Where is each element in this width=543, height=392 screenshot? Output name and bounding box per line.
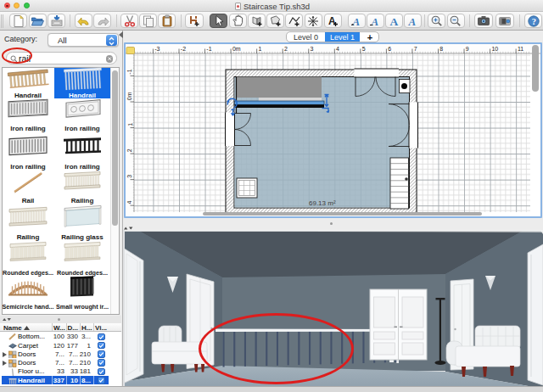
- svg-text:11: 11: [518, 46, 523, 52]
- svg-text:A: A: [408, 14, 417, 27]
- svg-text:0m: 0m: [127, 92, 133, 100]
- svg-text:4: 4: [336, 46, 339, 52]
- svg-text:A: A: [371, 14, 379, 27]
- svg-text:10: 10: [491, 46, 498, 52]
- svg-text:A: A: [328, 15, 336, 27]
- svg-text:2: 2: [284, 46, 288, 52]
- svg-text:A: A: [390, 14, 399, 27]
- svg-text:-2: -2: [181, 46, 186, 52]
- svg-text:69.13 m²: 69.13 m²: [309, 199, 336, 207]
- svg-text:1: 1: [258, 46, 261, 52]
- svg-text:6: 6: [388, 46, 391, 52]
- svg-text:-1: -1: [127, 69, 133, 74]
- svg-text:3: 3: [311, 46, 314, 52]
- svg-text:2: 2: [127, 148, 133, 152]
- svg-text:-1: -1: [206, 46, 211, 52]
- svg-text:9: 9: [466, 46, 469, 52]
- svg-text:0m: 0m: [232, 46, 241, 52]
- svg-text:4: 4: [127, 200, 133, 204]
- svg-text:?: ?: [531, 16, 535, 25]
- svg-text:7: 7: [414, 46, 417, 52]
- svg-text:3: 3: [127, 175, 133, 178]
- svg-text:5: 5: [362, 46, 366, 52]
- svg-text:-3: -3: [154, 46, 160, 52]
- svg-text:1: 1: [127, 123, 133, 126]
- svg-text:A: A: [352, 14, 361, 27]
- svg-text:8: 8: [439, 46, 443, 52]
